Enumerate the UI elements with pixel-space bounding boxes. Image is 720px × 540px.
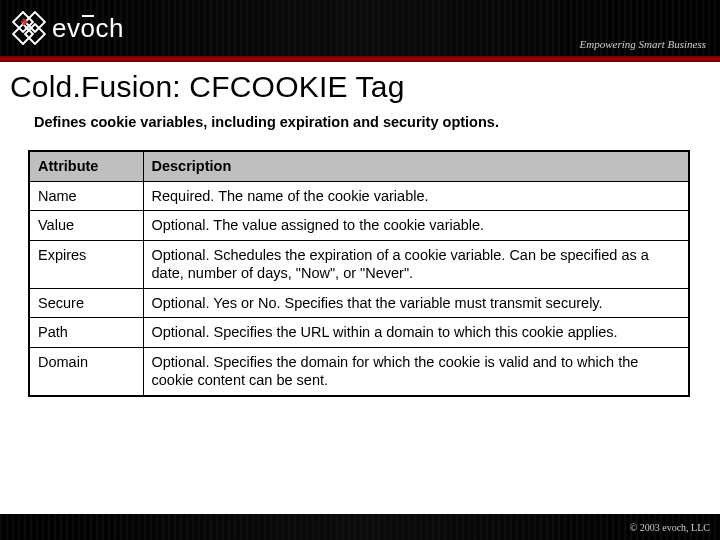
copyright: © 2003 evoch, LLC xyxy=(630,522,710,533)
cell-description: Optional. Specifies the domain for which… xyxy=(143,347,689,396)
brand-name: evoch xyxy=(52,13,124,44)
cell-description: Optional. Yes or No. Specifies that the … xyxy=(143,288,689,318)
logo-mark-icon xyxy=(12,11,46,45)
cell-attribute: Path xyxy=(29,318,143,348)
attributes-table: Attribute Description Name Required. The… xyxy=(28,150,690,397)
table-row: Domain Optional. Specifies the domain fo… xyxy=(29,347,689,396)
col-header-description: Description xyxy=(143,151,689,181)
cell-attribute: Name xyxy=(29,181,143,211)
table-header-row: Attribute Description xyxy=(29,151,689,181)
cell-description: Optional. The value assigned to the cook… xyxy=(143,211,689,241)
slide: evoch Empowering Smart Business Cold.Fus… xyxy=(0,0,720,540)
header: evoch Empowering Smart Business xyxy=(0,0,720,56)
cell-description: Optional. Schedules the expiration of a … xyxy=(143,240,689,288)
table-row: Name Required. The name of the cookie va… xyxy=(29,181,689,211)
cell-attribute: Value xyxy=(29,211,143,241)
footer-texture xyxy=(0,514,720,540)
page-subtitle: Defines cookie variables, including expi… xyxy=(34,114,712,130)
cell-description: Optional. Specifies the URL within a dom… xyxy=(143,318,689,348)
content-area: Cold.Fusion: CFCOOKIE Tag Defines cookie… xyxy=(0,62,720,514)
footer: © 2003 evoch, LLC xyxy=(0,514,720,540)
brand-logo: evoch xyxy=(12,11,124,45)
col-header-attribute: Attribute xyxy=(29,151,143,181)
cell-attribute: Expires xyxy=(29,240,143,288)
cell-attribute: Domain xyxy=(29,347,143,396)
table-row: Value Optional. The value assigned to th… xyxy=(29,211,689,241)
cell-description: Required. The name of the cookie variabl… xyxy=(143,181,689,211)
table-row: Expires Optional. Schedules the expirati… xyxy=(29,240,689,288)
table-row: Path Optional. Specifies the URL within … xyxy=(29,318,689,348)
page-title: Cold.Fusion: CFCOOKIE Tag xyxy=(10,70,712,104)
table-row: Secure Optional. Yes or No. Specifies th… xyxy=(29,288,689,318)
cell-attribute: Secure xyxy=(29,288,143,318)
brand-tagline: Empowering Smart Business xyxy=(580,38,707,50)
